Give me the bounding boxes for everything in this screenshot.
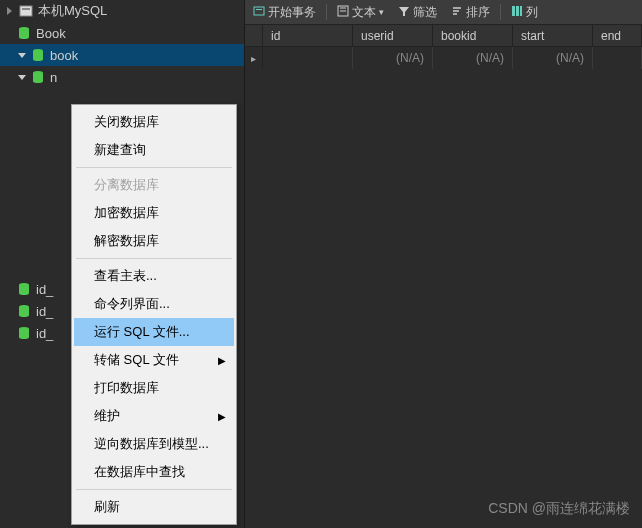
tree-label: Book bbox=[36, 26, 66, 41]
toolbar-label: 筛选 bbox=[413, 4, 437, 21]
svg-rect-12 bbox=[516, 6, 519, 16]
expand-icon[interactable] bbox=[4, 5, 16, 17]
menu-separator bbox=[76, 489, 232, 490]
chevron-down-icon: ▾ bbox=[379, 7, 384, 17]
column-header-userid[interactable]: userid bbox=[353, 25, 433, 46]
play-icon bbox=[253, 5, 265, 20]
expand-icon[interactable] bbox=[16, 71, 28, 83]
tree-label: id_ bbox=[36, 304, 53, 319]
toolbar: 开始事务 文本 ▾ 筛选 排序 列 bbox=[245, 0, 642, 25]
row-marker-header bbox=[245, 25, 263, 46]
menu-dump-sql-file[interactable]: 转储 SQL 文件 ▶ bbox=[74, 346, 234, 374]
begin-transaction-button[interactable]: 开始事务 bbox=[249, 4, 320, 21]
menu-separator bbox=[76, 258, 232, 259]
cell[interactable]: (N/A) bbox=[433, 47, 513, 69]
tree-item-db-selected[interactable]: book bbox=[0, 44, 244, 66]
text-icon bbox=[337, 5, 349, 20]
expand-icon[interactable] bbox=[16, 49, 28, 61]
filter-button[interactable]: 筛选 bbox=[394, 4, 441, 21]
menu-encrypt-database[interactable]: 加密数据库 bbox=[74, 199, 234, 227]
menu-find-in-database[interactable]: 在数据库中查找 bbox=[74, 458, 234, 486]
menu-detach-database: 分离数据库 bbox=[74, 171, 234, 199]
submenu-arrow-icon: ▶ bbox=[218, 411, 226, 422]
cell[interactable] bbox=[593, 47, 642, 69]
column-header-end[interactable]: end bbox=[593, 25, 642, 46]
watermark: CSDN @雨连绵花满楼 bbox=[488, 500, 630, 518]
tree-item-db[interactable]: n bbox=[0, 66, 244, 88]
sort-icon bbox=[451, 5, 463, 20]
tree-label: n bbox=[50, 70, 57, 85]
tree-item-db[interactable]: Book bbox=[0, 22, 244, 44]
sort-button[interactable]: 排序 bbox=[447, 4, 494, 21]
svg-rect-13 bbox=[520, 6, 522, 16]
svg-rect-11 bbox=[512, 6, 515, 16]
tree-label: book bbox=[50, 48, 78, 63]
table-row[interactable]: ▸ (N/A) (N/A) (N/A) bbox=[245, 47, 642, 69]
columns-button[interactable]: 列 bbox=[507, 4, 542, 21]
menu-label: 转储 SQL 文件 bbox=[94, 352, 179, 367]
main-panel: 开始事务 文本 ▾ 筛选 排序 列 id userid bookid start… bbox=[245, 0, 642, 528]
context-menu: 关闭数据库 新建查询 分离数据库 加密数据库 解密数据库 查看主表... 命令列… bbox=[71, 104, 237, 525]
tree-item-connection[interactable]: 本机MySQL bbox=[0, 0, 244, 22]
column-header-start[interactable]: start bbox=[513, 25, 593, 46]
cell[interactable] bbox=[263, 47, 353, 69]
submenu-arrow-icon: ▶ bbox=[218, 355, 226, 366]
database-icon bbox=[16, 303, 32, 319]
toolbar-label: 文本 bbox=[352, 4, 376, 21]
database-icon bbox=[16, 281, 32, 297]
filter-icon bbox=[398, 5, 410, 20]
tree-label: id_ bbox=[36, 326, 53, 341]
menu-maintain[interactable]: 维护 ▶ bbox=[74, 402, 234, 430]
toolbar-separator bbox=[500, 4, 501, 20]
connection-icon bbox=[18, 3, 34, 19]
svg-rect-1 bbox=[22, 8, 30, 10]
tree-label: id_ bbox=[36, 282, 53, 297]
toolbar-label: 开始事务 bbox=[268, 4, 316, 21]
cell[interactable]: (N/A) bbox=[513, 47, 593, 69]
menu-command-interface[interactable]: 命令列界面... bbox=[74, 290, 234, 318]
database-icon bbox=[16, 25, 32, 41]
menu-decrypt-database[interactable]: 解密数据库 bbox=[74, 227, 234, 255]
toolbar-label: 排序 bbox=[466, 4, 490, 21]
menu-label: 维护 bbox=[94, 408, 120, 423]
table-header: id userid bookid start end bbox=[245, 25, 642, 47]
column-header-id[interactable]: id bbox=[263, 25, 353, 46]
text-button[interactable]: 文本 ▾ bbox=[333, 4, 388, 21]
database-icon bbox=[30, 47, 46, 63]
toolbar-label: 列 bbox=[526, 4, 538, 21]
column-header-bookid[interactable]: bookid bbox=[433, 25, 513, 46]
row-marker: ▸ bbox=[245, 47, 263, 69]
svg-rect-9 bbox=[256, 9, 262, 10]
toolbar-separator bbox=[326, 4, 327, 20]
database-icon bbox=[30, 69, 46, 85]
menu-close-database[interactable]: 关闭数据库 bbox=[74, 108, 234, 136]
svg-rect-0 bbox=[20, 6, 32, 16]
menu-view-main-table[interactable]: 查看主表... bbox=[74, 262, 234, 290]
menu-new-query[interactable]: 新建查询 bbox=[74, 136, 234, 164]
columns-icon bbox=[511, 5, 523, 20]
svg-rect-8 bbox=[254, 7, 264, 15]
tree-label: 本机MySQL bbox=[38, 2, 107, 20]
menu-reverse-to-model[interactable]: 逆向数据库到模型... bbox=[74, 430, 234, 458]
menu-run-sql-file[interactable]: 运行 SQL 文件... bbox=[74, 318, 234, 346]
menu-separator bbox=[76, 167, 232, 168]
database-icon bbox=[16, 325, 32, 341]
menu-print-database[interactable]: 打印数据库 bbox=[74, 374, 234, 402]
menu-refresh[interactable]: 刷新 bbox=[74, 493, 234, 521]
cell[interactable]: (N/A) bbox=[353, 47, 433, 69]
